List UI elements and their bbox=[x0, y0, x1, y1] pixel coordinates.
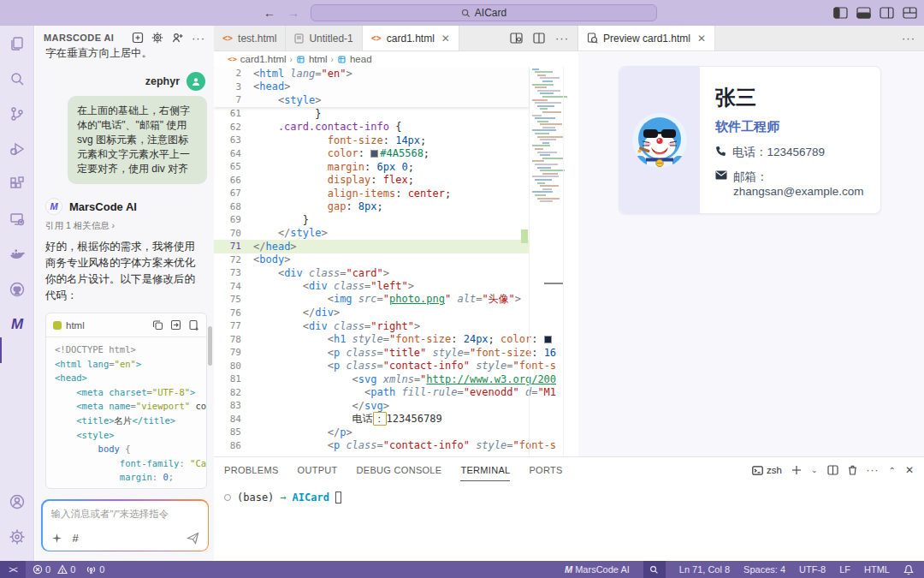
code-line[interactable]: 74 <div class="left"> bbox=[214, 280, 529, 294]
code-line[interactable]: 84 电话：123456789 bbox=[214, 413, 529, 426]
kill-terminal-trash-icon[interactable] bbox=[848, 465, 857, 475]
tab-problems[interactable]: PROBLEMS bbox=[224, 459, 279, 481]
code-line[interactable]: 83 </svg> bbox=[214, 399, 529, 413]
code-line[interactable]: 63 font-size: 14px; bbox=[214, 134, 529, 147]
open-preview-side-icon[interactable] bbox=[510, 33, 523, 44]
code-line[interactable]: 2<html lang="en"> bbox=[214, 67, 529, 80]
editor-scrollbar-lane[interactable] bbox=[563, 67, 578, 456]
forward-arrow-icon[interactable]: → bbox=[287, 6, 299, 20]
code-line[interactable]: 7 <style> bbox=[214, 93, 529, 107]
share-contact-icon[interactable] bbox=[171, 32, 184, 44]
problems-status[interactable]: 0 0 bbox=[33, 564, 75, 575]
shell-selector[interactable]: zsh bbox=[752, 465, 782, 475]
tab-test-html[interactable]: <> test.html bbox=[214, 26, 286, 51]
insert-code-icon[interactable] bbox=[170, 319, 181, 331]
code-line[interactable]: 61 } bbox=[214, 107, 529, 121]
remote-explorer-icon[interactable] bbox=[0, 201, 34, 236]
code-line[interactable]: 78 <h1 style="font-size: 24px; color: bbox=[214, 333, 529, 347]
source-control-icon[interactable] bbox=[0, 96, 34, 131]
close-tab-icon[interactable]: ✕ bbox=[441, 33, 450, 45]
tab-output[interactable]: OUTPUT bbox=[298, 459, 338, 481]
breadcrumb-head[interactable]: head bbox=[350, 54, 372, 64]
scrollbar-handle[interactable] bbox=[544, 283, 563, 284]
sticky-scroll-lines[interactable]: 2<html lang="en">3<head>7 <style> bbox=[214, 67, 529, 107]
close-tab-icon[interactable]: ✕ bbox=[697, 33, 706, 45]
customize-layout-icon[interactable] bbox=[903, 7, 917, 19]
code-editor[interactable]: 2<html lang="en">3<head>7 <style> 61 }62… bbox=[214, 67, 578, 456]
code-line[interactable]: 69 } bbox=[214, 213, 529, 227]
code-line[interactable]: 66 display: flex; bbox=[214, 174, 529, 188]
remote-indicator[interactable]: >< bbox=[0, 561, 26, 578]
cursor-position[interactable]: Ln 71, Col 8 bbox=[679, 564, 730, 575]
context-hash-button[interactable]: # bbox=[73, 532, 79, 545]
split-terminal-icon[interactable] bbox=[827, 465, 838, 475]
send-message-icon[interactable] bbox=[187, 532, 199, 545]
breadcrumb[interactable]: <> card1.html › html › head bbox=[214, 51, 578, 67]
tab-preview-card1[interactable]: Preview card1.html ✕ bbox=[578, 26, 715, 51]
code-line[interactable]: 73 <div class="card"> bbox=[214, 266, 529, 280]
toggle-bottom-panel-icon[interactable] bbox=[856, 7, 871, 19]
code-line[interactable]: 3<head> bbox=[214, 80, 529, 94]
tab-debug-console[interactable]: DEBUG CONSOLE bbox=[357, 459, 442, 481]
tab-untitled-1[interactable]: Untitled-1 bbox=[286, 26, 362, 51]
explorer-icon[interactable] bbox=[0, 26, 34, 61]
code-line[interactable]: 67 align-items: center; bbox=[214, 187, 529, 200]
github-icon[interactable] bbox=[0, 271, 34, 307]
code-line[interactable]: 65 margin: 6px 0; bbox=[214, 160, 529, 174]
code-line[interactable]: 64 color: #4A5568; bbox=[214, 147, 529, 161]
code-line[interactable]: 82 <path fill-rule="evenodd" d="M1 bbox=[214, 386, 529, 400]
code-line[interactable]: 85 </p> bbox=[214, 426, 529, 439]
search-icon[interactable] bbox=[0, 61, 34, 96]
notifications-bell-icon[interactable] bbox=[903, 564, 914, 575]
code-line[interactable]: 86 <p class="contact-info" style="font-s bbox=[214, 439, 529, 453]
code-line[interactable]: 77 <div class="right"> bbox=[214, 319, 529, 333]
tab-terminal[interactable]: TERMINAL bbox=[460, 459, 510, 481]
extensions-icon[interactable] bbox=[0, 166, 34, 201]
account-icon[interactable] bbox=[0, 484, 34, 519]
language-mode[interactable]: HTML bbox=[864, 564, 890, 575]
preview-more-icon[interactable]: ··· bbox=[902, 32, 915, 45]
chat-scrollbar[interactable] bbox=[208, 326, 212, 366]
toggle-left-sidebar-icon[interactable] bbox=[833, 7, 848, 19]
new-chat-icon[interactable] bbox=[132, 32, 144, 44]
code-line[interactable]: 62 .card.contact-info { bbox=[214, 121, 529, 134]
panel-more-icon[interactable]: ··· bbox=[867, 464, 880, 476]
code-lines[interactable]: 61 }62 .card.contact-info {63 font-size:… bbox=[214, 107, 529, 452]
chat-more-icon[interactable]: ··· bbox=[192, 32, 205, 45]
ports-status[interactable]: 0 bbox=[86, 564, 104, 575]
code-line[interactable]: 68 gap: 8px; bbox=[214, 200, 529, 214]
reference-link[interactable]: 引用 1 相关信息 › bbox=[35, 217, 214, 232]
code-line[interactable]: 71</head> bbox=[214, 240, 529, 253]
toggle-right-sidebar-icon[interactable] bbox=[880, 7, 894, 19]
status-search-icon[interactable] bbox=[643, 561, 666, 578]
docker-icon[interactable] bbox=[0, 236, 34, 271]
tab-card1-html[interactable]: <> card1.html ✕ bbox=[363, 26, 459, 51]
terminal-dropdown-icon[interactable]: ⌄ bbox=[811, 466, 818, 474]
code-line[interactable]: 79 <p class="title" style="font-size: 16 bbox=[214, 346, 529, 360]
maximize-panel-icon[interactable]: ⌃ bbox=[889, 466, 896, 475]
copy-code-icon[interactable] bbox=[152, 319, 163, 331]
chat-settings-gear-icon[interactable] bbox=[151, 32, 163, 44]
marscode-ai-icon[interactable]: M bbox=[0, 307, 34, 342]
skills-sparkle-icon[interactable] bbox=[51, 533, 62, 544]
new-file-code-icon[interactable] bbox=[188, 319, 199, 331]
eol-sequence[interactable]: LF bbox=[839, 564, 850, 575]
marscode-status-item[interactable]: M MarsCode AI bbox=[565, 564, 630, 575]
close-panel-icon[interactable]: ✕ bbox=[905, 464, 914, 476]
split-editor-icon[interactable] bbox=[533, 33, 545, 44]
code-line[interactable]: 76 </div> bbox=[214, 307, 529, 320]
run-debug-icon[interactable] bbox=[0, 131, 34, 166]
new-terminal-icon[interactable] bbox=[791, 465, 802, 475]
settings-gear-icon[interactable] bbox=[0, 519, 34, 554]
back-arrow-icon[interactable]: ← bbox=[264, 6, 275, 20]
encoding[interactable]: UTF-8 bbox=[799, 564, 826, 575]
code-line[interactable]: 75 <img src="photo.png" alt="头像"> bbox=[214, 293, 529, 307]
breadcrumb-file[interactable]: card1.html bbox=[240, 54, 287, 64]
tab-ports[interactable]: PORTS bbox=[529, 459, 562, 481]
chat-input[interactable]: 输入消息或者"/"来选择指令 # bbox=[43, 501, 208, 551]
terminal-prompt[interactable]: (base) → AICard bbox=[214, 483, 924, 504]
code-line[interactable]: 72<body> bbox=[214, 253, 529, 267]
indentation[interactable]: Spaces: 4 bbox=[743, 564, 785, 575]
editor-more-icon[interactable]: ··· bbox=[555, 32, 569, 45]
code-line[interactable]: 70 </style> bbox=[214, 227, 529, 241]
